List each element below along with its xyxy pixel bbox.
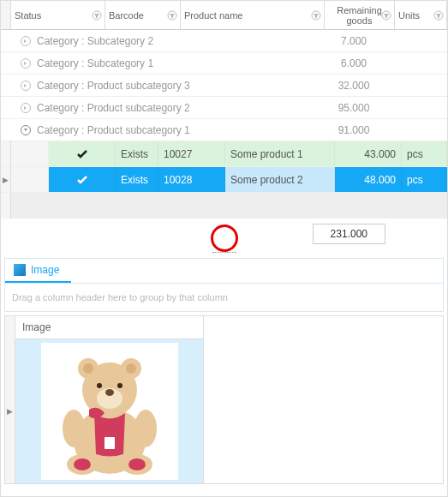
expand-icon[interactable] bbox=[11, 102, 37, 114]
column-status-label: Status bbox=[15, 10, 41, 21]
image-cell[interactable] bbox=[15, 339, 204, 483]
row-indicator: ▶ bbox=[5, 339, 15, 483]
svg-point-17 bbox=[134, 410, 157, 447]
cell-status: Exists bbox=[116, 167, 158, 192]
svg-point-25 bbox=[97, 383, 102, 388]
image-icon bbox=[14, 264, 26, 276]
svg-point-15 bbox=[128, 458, 146, 470]
group-row[interactable]: Category : Subcategory 16.000 bbox=[1, 52, 447, 75]
cell-remaining: 48.000 bbox=[335, 167, 402, 192]
group-label: Category : Subcategory 1 bbox=[37, 57, 320, 69]
column-status[interactable]: Status bbox=[11, 1, 105, 29]
row-indicator bbox=[1, 141, 11, 166]
column-barcode-label: Barcode bbox=[109, 10, 144, 21]
svg-point-14 bbox=[74, 458, 91, 470]
splitter-handle[interactable] bbox=[1, 249, 447, 254]
cell-status: Exists bbox=[116, 141, 158, 166]
column-image[interactable]: Image bbox=[15, 316, 204, 339]
row-indicator: ▶ bbox=[1, 167, 11, 192]
group-row[interactable]: Category : Product subcategory 332.000 bbox=[1, 75, 447, 97]
group-value: 6.000 bbox=[320, 57, 388, 69]
svg-rect-27 bbox=[105, 437, 115, 449]
cell-units: pcs bbox=[402, 167, 447, 192]
svg-point-21 bbox=[83, 363, 93, 374]
group-label: Category : Product subcategory 1 bbox=[37, 124, 320, 136]
svg-point-26 bbox=[117, 383, 122, 388]
row-indicator-header bbox=[1, 1, 11, 29]
group-label: Category : Product subcategory 2 bbox=[37, 102, 320, 114]
data-row[interactable]: Exists10027Some product 143.000pcs bbox=[1, 141, 447, 167]
group-row[interactable]: Category : Subcategory 27.000 bbox=[1, 30, 447, 52]
tab-image-label: Image bbox=[31, 264, 59, 276]
status-check-icon bbox=[49, 141, 116, 166]
column-image-label: Image bbox=[22, 321, 51, 333]
svg-point-24 bbox=[105, 389, 114, 396]
cell-units: pcs bbox=[402, 141, 447, 166]
group-value: 32.000 bbox=[320, 80, 388, 92]
group-drop-hint: Drag a column header here to group by th… bbox=[12, 292, 228, 302]
filter-icon[interactable] bbox=[311, 10, 321, 21]
cell-remaining: 43.000 bbox=[335, 141, 402, 166]
column-barcode[interactable]: Barcode bbox=[105, 1, 181, 29]
cell-barcode: 10028 bbox=[158, 167, 225, 192]
grid-header: Status Barcode Product name Remaining go… bbox=[1, 1, 447, 30]
total-value: 231.000 bbox=[313, 224, 385, 244]
expand-icon[interactable] bbox=[11, 80, 37, 92]
column-units[interactable]: Units bbox=[395, 1, 447, 29]
filter-icon[interactable] bbox=[167, 10, 177, 21]
column-product-label: Product name bbox=[184, 10, 242, 21]
cell-product[interactable]: Some product 1 bbox=[225, 141, 335, 166]
grid-footer-spacer bbox=[1, 193, 447, 219]
svg-point-22 bbox=[126, 363, 136, 374]
filter-icon[interactable] bbox=[433, 10, 444, 21]
expand-icon[interactable] bbox=[11, 57, 37, 69]
column-remaining[interactable]: Remaining goods bbox=[325, 1, 395, 29]
group-drop-area[interactable]: Drag a column header here to group by th… bbox=[4, 283, 444, 312]
teddy-bear-image bbox=[41, 343, 178, 480]
row-indicator-header bbox=[5, 316, 15, 339]
cell-product[interactable]: Some product 2 bbox=[225, 167, 335, 192]
column-units-label: Units bbox=[398, 10, 420, 21]
group-label: Category : Subcategory 2 bbox=[37, 35, 320, 47]
total-row: 231.000 bbox=[1, 219, 447, 249]
group-value: 91.000 bbox=[320, 124, 388, 136]
expand-icon[interactable] bbox=[11, 35, 37, 47]
group-value: 95.000 bbox=[320, 102, 388, 114]
data-row[interactable]: ▶Exists10028Some product 248.000pcs bbox=[1, 167, 447, 193]
filter-icon[interactable] bbox=[92, 10, 102, 21]
cell-barcode: 10027 bbox=[158, 141, 225, 166]
group-label: Category : Product subcategory 3 bbox=[37, 80, 320, 92]
column-product[interactable]: Product name bbox=[181, 1, 325, 29]
tab-image[interactable]: Image bbox=[5, 259, 71, 283]
group-value: 7.000 bbox=[320, 35, 388, 47]
filter-icon[interactable] bbox=[381, 10, 391, 21]
expand-icon[interactable] bbox=[11, 124, 37, 136]
detail-tabs: Image bbox=[4, 258, 444, 283]
group-row[interactable]: Category : Product subcategory 191.000 bbox=[1, 119, 447, 141]
group-row[interactable]: Category : Product subcategory 295.000 bbox=[1, 97, 447, 119]
svg-point-16 bbox=[63, 410, 85, 447]
status-check-icon bbox=[49, 167, 116, 192]
